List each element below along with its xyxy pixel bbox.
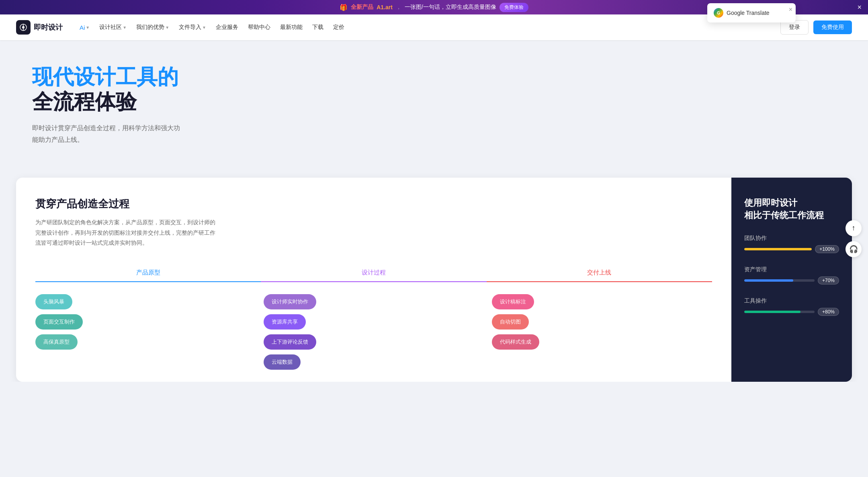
- google-translate-close-button[interactable]: ×: [789, 6, 792, 13]
- hero-title-line1: 现代设计工具的: [32, 65, 178, 88]
- metric-tools: 工具操作 +80%: [744, 297, 839, 316]
- pill-realtime-collab[interactable]: 设计师实时协作: [264, 294, 316, 309]
- nav-item-pricing[interactable]: 定价: [329, 21, 348, 33]
- feature-tabs: 产品原型 设计过程 交付上线: [35, 264, 712, 282]
- card-title: 贯穿产品创造全过程: [35, 197, 712, 211]
- pill-code-gen[interactable]: 代码样式生成: [492, 334, 539, 350]
- nav-import-chevron-icon: ▼: [202, 25, 206, 30]
- banner-product-label: 全新产品: [351, 4, 373, 11]
- right-panel-title-line1: 使用即时设计: [744, 198, 797, 208]
- nav-community-chevron-icon: ▼: [123, 25, 127, 30]
- scroll-up-icon: ↑: [852, 224, 856, 232]
- metric-assets-bar-bg: [744, 279, 815, 282]
- metric-teamwork-label: 团队协作: [744, 235, 839, 242]
- metric-tools-label: 工具操作: [744, 297, 839, 305]
- nav-item-ai[interactable]: Ai ▼: [76, 22, 94, 33]
- nav-features-label: 最新功能: [280, 24, 303, 31]
- nav-download-label: 下载: [312, 24, 323, 31]
- metric-teamwork-bar-fill: [744, 248, 812, 250]
- nav-community-label: 设计社区: [99, 24, 122, 31]
- nav-ai-chevron-icon: ▼: [86, 25, 90, 30]
- tab-line-red: [487, 281, 712, 282]
- metric-assets-bar-fill: [744, 279, 793, 282]
- google-translate-label: Google Translate: [727, 10, 770, 16]
- floating-right-buttons: ↑ 🎧: [845, 220, 862, 257]
- metric-tools-badge: +80%: [818, 308, 839, 316]
- pill-auto-slice[interactable]: 自动切图: [492, 314, 529, 330]
- nav-item-features[interactable]: 最新功能: [276, 21, 307, 33]
- right-panel-title: 使用即时设计 相比于传统工作流程: [744, 197, 839, 222]
- nav-import-label: 文件导入: [179, 24, 201, 31]
- hero-title: 现代设计工具的 全流程体验: [32, 64, 868, 115]
- pill-cloud-data[interactable]: 云端数据: [264, 354, 301, 370]
- pills-col-delivery: 设计稿标注 自动切图 代码样式生成: [484, 294, 712, 370]
- logo-text: 即时设计: [34, 23, 63, 32]
- card-left: 贯穿产品创造全过程 为产研团队制定的角色化解决方案，从产品原型，页面交互，到设计…: [16, 178, 731, 382]
- nav-advantages-label: 我们的优势: [136, 24, 164, 31]
- nav-item-enterprise[interactable]: 企业服务: [212, 21, 242, 33]
- metric-teamwork-bar-row: +100%: [744, 245, 839, 253]
- nav-advantages-chevron-icon: ▼: [165, 25, 169, 30]
- nav-pricing-label: 定价: [333, 24, 344, 31]
- pill-interaction[interactable]: 页面交互制作: [35, 314, 83, 330]
- banner-close-button[interactable]: ×: [857, 3, 862, 12]
- pill-feedback[interactable]: 上下游评论反馈: [264, 334, 316, 350]
- pills-col-product: 头脑风暴 页面交互制作 高保真原型: [35, 294, 256, 370]
- pills-col-design: 设计师实时协作 资源库共享 上下游评论反馈 云端数据: [256, 294, 484, 370]
- nav-item-download[interactable]: 下载: [308, 21, 328, 33]
- free-use-button[interactable]: 免费使用: [813, 20, 852, 34]
- headset-button[interactable]: 🎧: [845, 241, 862, 257]
- banner-content: 🎁 全新产品 A1.art ， 一张图/一句话，立即生成高质量图像 免费体验: [340, 3, 528, 12]
- right-panel-title-line2: 相比于传统工作流程: [744, 210, 824, 220]
- banner-emoji: 🎁: [340, 4, 348, 11]
- nav-enterprise-label: 企业服务: [216, 24, 238, 31]
- banner-cta-button[interactable]: 免费体验: [500, 3, 528, 12]
- google-translate-tooltip: G Google Translate ×: [707, 3, 796, 23]
- metric-tools-bar-fill: [744, 311, 800, 313]
- pill-annotation[interactable]: 设计稿标注: [492, 294, 534, 309]
- nav-items: Ai ▼ 设计社区 ▼ 我们的优势 ▼ 文件导入 ▼ 企业服务 帮助中心 最新功…: [76, 21, 768, 33]
- banner-divider: ，: [396, 4, 401, 11]
- metric-assets-bar-row: +70%: [744, 276, 839, 285]
- hero-subtitle: 即时设计贯穿产品创造全过程，用科学方法和强大功能助力产品上线。: [32, 123, 185, 146]
- pill-prototype[interactable]: 高保真原型: [35, 334, 78, 350]
- tab-line-blue: [35, 281, 261, 282]
- tab-product[interactable]: 产品原型: [35, 264, 261, 281]
- banner-product-name: A1.art: [377, 4, 393, 10]
- metric-teamwork-bar-bg: [744, 248, 812, 250]
- card-right-panel: 使用即时设计 相比于传统工作流程 团队协作 +100% 资产管理 +70% 工具…: [731, 178, 852, 382]
- metric-assets: 资产管理 +70%: [744, 266, 839, 285]
- headset-icon: 🎧: [849, 245, 858, 254]
- pill-brainstorm[interactable]: 头脑风暴: [35, 294, 72, 309]
- logo-icon: [16, 20, 31, 35]
- nav-item-import[interactable]: 文件导入 ▼: [175, 21, 210, 33]
- scroll-up-button[interactable]: ↑: [845, 220, 862, 236]
- nav-ai-label: Ai: [80, 24, 85, 31]
- nav-help-label: 帮助中心: [248, 24, 270, 31]
- logo-link[interactable]: 即时设计: [16, 20, 63, 35]
- pills-grid: 头脑风暴 页面交互制作 高保真原型 设计师实时协作 资源库共享 上下游评论反馈 …: [35, 282, 712, 382]
- feature-card-section: 贯穿产品创造全过程 为产研团队制定的角色化解决方案，从产品原型，页面交互，到设计…: [16, 178, 852, 382]
- metric-assets-label: 资产管理: [744, 266, 839, 273]
- metric-assets-badge: +70%: [818, 276, 839, 285]
- banner-tagline: 一张图/一句话，立即生成高质量图像: [405, 4, 496, 11]
- nav-item-advantages[interactable]: 我们的优势 ▼: [132, 21, 173, 33]
- google-translate-logo-icon: G: [714, 8, 723, 18]
- tab-line-purple: [261, 281, 486, 282]
- card-description: 为产研团队制定的角色化解决方案，从产品原型，页面交互，到设计师的完整设计创作，再…: [35, 217, 220, 248]
- metric-teamwork: 团队协作 +100%: [744, 235, 839, 253]
- pill-resource-share[interactable]: 资源库共享: [264, 314, 306, 330]
- hero-title-line2: 全流程体验: [32, 90, 137, 113]
- metric-tools-bar-bg: [744, 311, 815, 313]
- metric-teamwork-badge: +100%: [815, 245, 839, 253]
- nav-item-community[interactable]: 设计社区 ▼: [95, 21, 131, 33]
- tab-delivery[interactable]: 交付上线: [487, 264, 712, 281]
- main-content: 现代设计工具的 全流程体验 即时设计贯穿产品创造全过程，用科学方法和强大功能助力…: [0, 40, 868, 178]
- metric-tools-bar-row: +80%: [744, 308, 839, 316]
- nav-item-help[interactable]: 帮助中心: [244, 21, 274, 33]
- tab-design[interactable]: 设计过程: [261, 264, 486, 281]
